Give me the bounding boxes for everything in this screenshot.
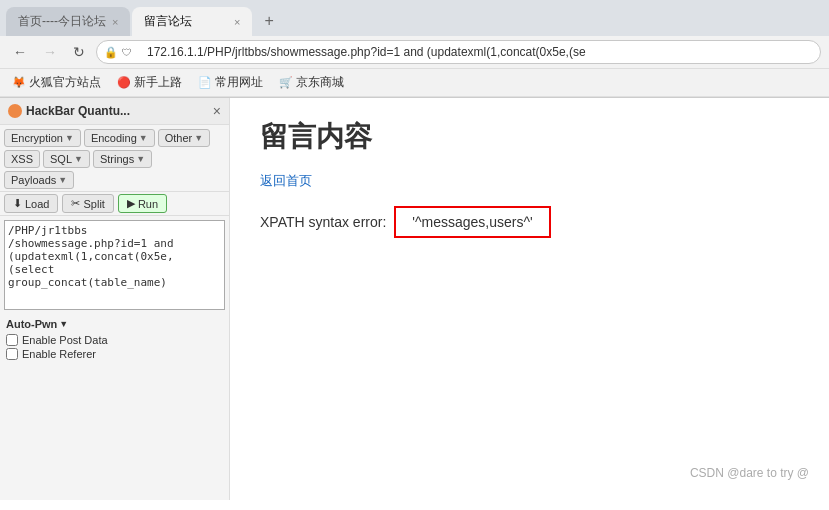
load-button[interactable]: ⬇ Load — [4, 194, 58, 213]
bookmark-huhu[interactable]: 🦊 火狐官方站点 — [8, 72, 105, 93]
lock-icon: 🔒 — [104, 46, 118, 59]
bookmark-label: 新手上路 — [134, 74, 182, 91]
bookmark-icon: 🦊 — [12, 76, 26, 89]
encryption-button[interactable]: Encryption ▼ — [4, 129, 81, 147]
split-icon: ✂ — [71, 197, 80, 210]
dropdown-arrow-icon: ▼ — [194, 133, 203, 143]
dropdown-arrow-icon: ▼ — [139, 133, 148, 143]
main-layout: HackBar Quantu... × Encryption ▼ Encodin… — [0, 98, 829, 500]
dropdown-arrow-icon: ▼ — [65, 133, 74, 143]
bookmark-jd[interactable]: 🛒 京东商城 — [275, 72, 348, 93]
error-label: XPATH syntax error: — [260, 214, 386, 230]
dropdown-arrow-icon: ▼ — [58, 175, 67, 185]
content-area: 留言内容 返回首页 XPATH syntax error: '^messages… — [230, 98, 829, 500]
bookmark-label: 常用网址 — [215, 74, 263, 91]
tab-label: 留言论坛 — [144, 13, 192, 30]
post-data-row: Enable Post Data — [6, 334, 223, 346]
payloads-button[interactable]: Payloads ▼ — [4, 171, 74, 189]
encoding-button[interactable]: Encoding ▼ — [84, 129, 155, 147]
hackbar-autopwn: Auto-Pwn ▼ Enable Post Data Enable Refer… — [0, 314, 229, 366]
dropdown-arrow-icon: ▼ — [74, 154, 83, 164]
sql-button[interactable]: SQL ▼ — [43, 150, 90, 168]
bookmark-newbie[interactable]: 🔴 新手上路 — [113, 72, 186, 93]
enable-referer-label: Enable Referer — [22, 348, 96, 360]
error-value: '^messages,users^' — [394, 206, 550, 238]
error-line: XPATH syntax error: '^messages,users^' — [260, 206, 799, 238]
run-icon: ▶ — [127, 197, 135, 210]
back-button[interactable]: ← — [8, 41, 32, 63]
xss-button[interactable]: XSS — [4, 150, 40, 168]
new-tab-button[interactable]: + — [254, 6, 283, 36]
bookmark-label: 火狐官方站点 — [29, 74, 101, 91]
bookmark-icon: 📄 — [198, 76, 212, 89]
bookmark-icon: 🛒 — [279, 76, 293, 89]
hackbar-actions: ⬇ Load ✂ Split ▶ Run — [0, 192, 229, 216]
tab-active[interactable]: 留言论坛 × — [132, 7, 252, 36]
shield-icon: 🛡 — [122, 47, 132, 58]
enable-post-checkbox[interactable] — [6, 334, 18, 346]
tab-close-btn[interactable]: × — [234, 16, 240, 28]
hackbar-toolbar: Encryption ▼ Encoding ▼ Other ▼ XSS SQL … — [0, 125, 229, 192]
other-button[interactable]: Other ▼ — [158, 129, 210, 147]
hackbar-title-text: HackBar Quantu... — [26, 104, 130, 118]
hackbar-panel: HackBar Quantu... × Encryption ▼ Encodin… — [0, 98, 230, 500]
load-icon: ⬇ — [13, 197, 22, 210]
tab-bar: 首页----今日论坛 × 留言论坛 × + — [0, 0, 829, 36]
autopwn-toggle[interactable]: Auto-Pwn ▼ — [6, 318, 223, 330]
tab-label: 首页----今日论坛 — [18, 13, 106, 30]
bookmark-common[interactable]: 📄 常用网址 — [194, 72, 267, 93]
enable-post-label: Enable Post Data — [22, 334, 108, 346]
reload-button[interactable]: ↻ — [68, 41, 90, 63]
hackbar-header: HackBar Quantu... × — [0, 98, 229, 125]
hackbar-title: HackBar Quantu... — [8, 104, 130, 118]
forward-button[interactable]: → — [38, 41, 62, 63]
run-button[interactable]: ▶ Run — [118, 194, 167, 213]
address-input[interactable] — [96, 40, 821, 64]
browser-chrome: 首页----今日论坛 × 留言论坛 × + ← → ↻ 🔒 🛡 🦊 火狐官方站点… — [0, 0, 829, 98]
dropdown-arrow-icon: ▼ — [59, 319, 68, 329]
hackbar-logo-icon — [8, 104, 22, 118]
bookmark-icon: 🔴 — [117, 76, 131, 89]
bookmark-label: 京东商城 — [296, 74, 344, 91]
tab-inactive[interactable]: 首页----今日论坛 × — [6, 7, 130, 36]
strings-button[interactable]: Strings ▼ — [93, 150, 152, 168]
back-link[interactable]: 返回首页 — [260, 172, 312, 190]
split-button[interactable]: ✂ Split — [62, 194, 113, 213]
hackbar-url-textarea[interactable] — [4, 220, 225, 310]
enable-referer-checkbox[interactable] — [6, 348, 18, 360]
address-wrapper: 🔒 🛡 — [96, 40, 821, 64]
address-bar-row: ← → ↻ 🔒 🛡 — [0, 36, 829, 69]
autopwn-label: Auto-Pwn — [6, 318, 57, 330]
referer-row: Enable Referer — [6, 348, 223, 360]
tab-close-btn[interactable]: × — [112, 16, 118, 28]
hackbar-close-button[interactable]: × — [213, 103, 221, 119]
dropdown-arrow-icon: ▼ — [136, 154, 145, 164]
watermark: CSDN @dare to try @ — [690, 466, 809, 480]
bookmarks-bar: 🦊 火狐官方站点 🔴 新手上路 📄 常用网址 🛒 京东商城 — [0, 69, 829, 97]
page-title: 留言内容 — [260, 118, 799, 156]
